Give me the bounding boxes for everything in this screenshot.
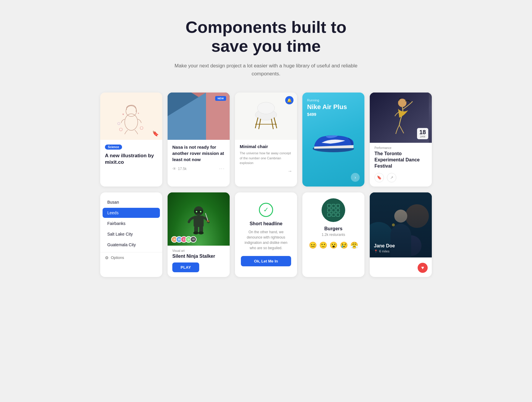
svg-point-33 [198,231,204,234]
article-meta: 👁 17.5k ··· [172,166,225,171]
bookmark-icon[interactable]: 🔖 [152,130,159,137]
emoji-angry[interactable]: 😤 [350,241,358,249]
emoji-smile[interactable]: 🙂 [319,241,327,249]
dating-location: 📍 6 miles [374,249,395,253]
burger-icon-circle [322,198,345,222]
nike-category: Running [307,98,360,102]
burgers-card: Burgers 1.2k resturants 😐 🙂 😮 😢 😤 [302,192,364,277]
gear-icon: ⚙ [105,255,109,260]
cta-headline: Short headline [249,221,282,226]
ninja-svg [185,203,212,235]
list-footer: ⚙ Options [100,252,162,260]
cta-card: ✓ Short headline On the other hand, we d… [235,192,297,277]
restaurants-count: 1.2k resturants [322,233,345,237]
nike-price: $499 [307,112,360,117]
svg-rect-38 [332,209,335,212]
illustration-image: ♥ ♥ 🔖 [100,93,162,140]
dance-category: Performance [374,146,427,150]
svg-point-1 [126,106,137,116]
svg-text:♥: ♥ [138,112,139,115]
svg-point-2 [119,128,122,131]
cards-row-2: Busan Leeds Fairbanks Salt Lake City Gua… [100,192,432,277]
chair-description: The universe how far away concept of the… [240,151,292,166]
article-image: NEW [168,93,230,140]
shoe-image [302,124,364,157]
chair-svg [251,100,281,132]
new-badge: NEW [215,96,226,101]
heart-button[interactable]: ♥ [418,263,428,273]
hero-section: Components built to save you time Make y… [163,18,369,78]
svg-rect-37 [327,209,331,212]
nike-card: Running Nike Air Plus $499 [302,93,364,186]
location-icon: 📍 [374,249,378,253]
svg-rect-40 [327,213,331,216]
chair-card: 🔔 Minimal chair The universe how far awa… [235,93,297,186]
svg-rect-29 [207,221,210,222]
play-button[interactable]: PLAY [172,262,199,272]
dance-actions: 🔖 ↗ [374,173,427,182]
emoji-surprised[interactable]: 😮 [330,241,338,249]
svg-rect-34 [327,204,331,208]
svg-rect-42 [336,213,340,216]
share-icon-button[interactable]: ↗ [387,173,396,182]
emoji-neutral[interactable]: 😐 [309,241,317,249]
city-list-card: Busan Leeds Fairbanks Salt Lake City Gua… [100,192,162,277]
date-badge: 18 JAN [417,128,428,139]
event-day: 18 [419,129,426,135]
arrow-icon[interactable]: → [288,168,292,174]
more-options-icon[interactable]: ··· [219,166,225,171]
cards-row-1: ♥ ♥ 🔖 Science A new illustration by mixi… [100,93,432,186]
bell-icon[interactable]: 🔔 [285,96,293,104]
dating-image: Jane Doe 📍 6 miles [370,192,432,257]
check-icon: ✓ [259,203,273,217]
list-item-busan[interactable]: Busan [103,197,160,207]
article-views: 17.5k [178,167,186,171]
game-card: A B C D +9 Visual art Silent Ninja Stalk… [168,192,230,277]
nike-name: Nike Air Plus [307,103,360,111]
dance-image: 18 JAN [370,93,432,143]
emoji-rating-row: 😐 🙂 😮 😢 😤 [309,241,358,249]
svg-rect-24 [194,210,203,213]
science-badge: Science [105,145,122,150]
list-item-guatemalacity[interactable]: Guatemala City [103,240,160,250]
svg-rect-27 [194,216,204,227]
article-title: Nasa is not ready for another rover miss… [172,144,225,163]
game-image: A B C D +9 [168,192,230,246]
dating-card: Jane Doe 📍 6 miles ♥ [370,192,432,277]
game-title: Silent Ninja Stalker [172,254,225,259]
illustration-title: A new illustration by mixit.co [105,153,158,166]
next-button[interactable]: › [351,173,360,182]
burgers-title: Burgers [324,226,342,231]
options-label[interactable]: Options [111,255,124,260]
game-category: Visual art [172,249,225,252]
svg-point-22 [398,99,406,107]
shoe-svg [310,124,357,154]
svg-point-25 [196,211,197,212]
svg-line-14 [255,118,258,128]
svg-point-26 [200,211,202,212]
dance-title: The Toronto Experimental Dance Festival [374,151,427,169]
list-item-leeds[interactable]: Leeds [103,208,160,218]
player-avatars: A B C D +9 [171,236,197,243]
eye-icon: 👁 [172,166,176,171]
list-item-fairbanks[interactable]: Fairbanks [103,218,160,228]
hero-subtitle: Make your next design project a lot easi… [163,62,369,78]
svg-line-15 [274,118,277,128]
illustration-card: ♥ ♥ 🔖 Science A new illustration by mixi… [100,93,162,186]
svg-point-32 [193,231,199,234]
dating-name: Jane Doe [374,243,395,249]
dating-info: Jane Doe 📍 6 miles [374,243,395,253]
svg-rect-36 [336,204,340,208]
article-card: NEW Nasa is not ready for another rover … [168,93,230,186]
dance-card: 18 JAN Performance The Toronto Experimen… [370,93,432,186]
hero-title: Components built to save you time [163,18,369,56]
svg-rect-39 [336,209,340,212]
burger-grid-svg [326,203,341,218]
save-icon-button[interactable]: 🔖 [374,173,384,182]
list-item-saltlakecity[interactable]: Salt Lake City [103,229,160,239]
cta-description: On the other hand, we denounce with righ… [241,229,291,251]
chair-image: 🔔 [235,93,297,140]
girl-illustration-svg: ♥ ♥ [113,97,149,135]
emoji-sad[interactable]: 😢 [340,241,348,249]
cta-button[interactable]: Ok, Let Me In [241,256,291,266]
